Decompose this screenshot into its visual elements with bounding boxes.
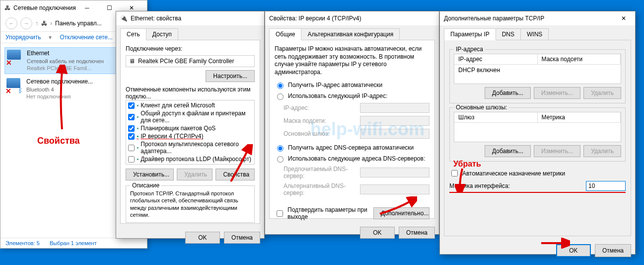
configure-button[interactable]: Настроить... bbox=[206, 70, 255, 82]
tabs: Сеть Доступ bbox=[120, 28, 260, 40]
ethernet-properties-dialog: 🔌 Ethernet: свойства Сеть Доступ Подключ… bbox=[116, 11, 265, 239]
tab-general[interactable]: Общие bbox=[269, 28, 301, 40]
component-label: Драйвер протокола LLDP (Майкрософт) bbox=[141, 156, 251, 163]
pref-dns-label: Предпочитаемый DNS-сервер: bbox=[284, 166, 360, 179]
delete-gw-button[interactable]: Удалить bbox=[583, 145, 621, 157]
tab-network[interactable]: Сеть bbox=[120, 28, 146, 40]
auto-metric-checkbox[interactable] bbox=[451, 170, 458, 177]
component-checkbox[interactable] bbox=[128, 156, 135, 163]
disconnect-menu[interactable]: Отключение сете... bbox=[60, 34, 113, 41]
organize-menu[interactable]: Упорядочить bbox=[5, 34, 41, 41]
component-checkbox[interactable] bbox=[128, 125, 135, 132]
window-title: Сетевые подключения bbox=[13, 4, 76, 11]
dhcp-row: DHCP включен bbox=[454, 65, 621, 84]
component-item[interactable]: ▪Планировщик пакетов QoS bbox=[127, 124, 253, 132]
delete-ip-button[interactable]: Удалить bbox=[583, 87, 621, 99]
device-name: Realtek PCIe GBE Family Controller bbox=[138, 58, 234, 65]
ok-button[interactable]: OK bbox=[185, 232, 220, 244]
component-item[interactable]: ▪Протокол мультиплексора сетевого адапте… bbox=[127, 140, 253, 155]
tab-alt-config[interactable]: Альтернативная конфигурация bbox=[301, 28, 400, 40]
manual-ip-radio[interactable] bbox=[277, 93, 284, 100]
properties-button[interactable]: Свойства bbox=[215, 169, 255, 180]
protocol-icon: ▪ bbox=[137, 102, 139, 109]
gateways-group: Основные шлюзы: bbox=[454, 104, 509, 111]
component-checkbox[interactable] bbox=[128, 114, 135, 120]
manual-dns-radio[interactable] bbox=[277, 156, 284, 163]
breadcrumb-icon: 🖧 bbox=[41, 20, 47, 27]
breadcrumb[interactable]: Панель управл... bbox=[55, 20, 102, 27]
cancel-button[interactable]: Отмена bbox=[595, 244, 631, 257]
confirm-exit-checkbox[interactable] bbox=[277, 210, 283, 217]
tab-dns[interactable]: DNS bbox=[496, 28, 521, 40]
components-list[interactable]: ▪Клиент для сетей Microsoft▪Общий доступ… bbox=[126, 100, 255, 165]
col-ip: IP-адрес bbox=[454, 54, 538, 64]
forward-button[interactable]: → bbox=[20, 17, 32, 29]
advanced-button[interactable]: Дополнительно... bbox=[373, 207, 429, 219]
install-button[interactable]: Установить... bbox=[126, 169, 174, 180]
error-x-icon: ✕ bbox=[5, 87, 11, 95]
tab-wins[interactable]: WINS bbox=[520, 28, 549, 40]
remove-button[interactable]: Удалить bbox=[177, 169, 213, 180]
error-x-icon: ✕ bbox=[6, 59, 12, 67]
alt-dns-input[interactable] bbox=[360, 184, 429, 194]
component-item[interactable]: ▪IP версии 4 (TCP/IPv4) bbox=[127, 132, 253, 140]
if-metric-label: Метрика интерфейса: bbox=[449, 182, 586, 189]
gateway-input[interactable] bbox=[360, 129, 429, 139]
item-title: Ethernet bbox=[27, 50, 104, 58]
add-gw-button[interactable]: Добавить... bbox=[485, 145, 531, 157]
component-checkbox[interactable] bbox=[128, 145, 135, 151]
radio-manual-ip[interactable]: Использовать следующий IP-адрес: bbox=[275, 92, 429, 100]
component-checkbox[interactable] bbox=[128, 133, 135, 140]
protocol-icon: ▪ bbox=[137, 164, 139, 165]
component-item[interactable]: ▪IP версии 6 (TCP/IPv6) bbox=[127, 163, 253, 165]
status-selection: Выбран 1 элемент bbox=[50, 240, 97, 246]
component-item[interactable]: ▪Общий доступ к файлам и принтерам для с… bbox=[127, 109, 253, 124]
pref-dns-input[interactable] bbox=[360, 168, 429, 177]
auto-dns-radio[interactable] bbox=[277, 145, 284, 152]
protocol-icon: ▪ bbox=[137, 113, 139, 120]
radio-manual-dns[interactable]: Использовать следующие адреса DNS-сервер… bbox=[275, 155, 429, 163]
add-ip-button[interactable]: Добавить... bbox=[485, 87, 531, 99]
mask-label: Маска подсети: bbox=[284, 117, 360, 124]
component-label: Клиент для сетей Microsoft bbox=[141, 102, 215, 109]
if-metric-input[interactable] bbox=[586, 181, 626, 191]
bluetooth-icon: ✕ ᛒ bbox=[6, 78, 22, 94]
connect-via-label: Подключение через: bbox=[126, 45, 255, 52]
gateway-label: Основной шлюз: bbox=[284, 130, 360, 137]
component-checkbox[interactable] bbox=[128, 164, 135, 165]
intro-text: Параметры IP можно назначать автоматичес… bbox=[275, 45, 429, 76]
mask-input[interactable] bbox=[360, 116, 429, 126]
auto-ip-radio[interactable] bbox=[277, 83, 284, 89]
auto-metric-checkbox-row[interactable]: Автоматическое назначение метрики bbox=[449, 169, 626, 178]
ok-button[interactable]: OK bbox=[360, 227, 395, 239]
component-item[interactable]: ▪Драйвер протокола LLDP (Майкрософт) bbox=[127, 155, 253, 163]
ip-addresses-table[interactable]: IP-адрес Маска подсети DHCP включен bbox=[454, 54, 621, 84]
tab-ip-params[interactable]: Параметры IP bbox=[444, 28, 496, 40]
minimize-button[interactable]: ─ bbox=[76, 1, 98, 15]
protocol-icon: ▪ bbox=[137, 133, 139, 140]
radio-auto-ip[interactable]: Получить IP-адрес автоматически bbox=[275, 81, 429, 89]
dialog-titlebar: Свойства: IP версии 4 (TCP/IPv4) bbox=[265, 11, 439, 25]
up-button[interactable]: ↑ bbox=[35, 20, 38, 27]
cancel-button[interactable]: Отмена bbox=[224, 232, 260, 244]
ok-button[interactable]: OK bbox=[556, 244, 591, 257]
component-checkbox[interactable] bbox=[128, 102, 135, 109]
edit-ip-button[interactable]: Изменить... bbox=[534, 87, 580, 99]
tab-access[interactable]: Доступ bbox=[146, 28, 178, 40]
back-button[interactable]: ← bbox=[5, 17, 17, 29]
close-button[interactable]: ✕ bbox=[616, 12, 631, 24]
bt-glyph-icon: ᛒ bbox=[18, 86, 22, 94]
component-item[interactable]: ▪Клиент для сетей Microsoft bbox=[127, 101, 253, 109]
edit-gw-button[interactable]: Изменить... bbox=[534, 145, 580, 157]
confirm-exit-checkbox-row[interactable]: Подтвердить параметры при выходе bbox=[275, 206, 373, 220]
protocol-icon: ▪ bbox=[137, 144, 139, 151]
component-label: Общий доступ к файлам и принтерам для се… bbox=[141, 110, 252, 124]
cancel-button[interactable]: Отмена bbox=[399, 227, 435, 239]
col-metric: Метрика bbox=[538, 112, 621, 122]
adapter-icon: 🔌 bbox=[120, 15, 128, 22]
radio-auto-dns[interactable]: Получить адрес DNS-сервера автоматически bbox=[275, 144, 429, 152]
gateways-table[interactable]: Шлюз Метрика bbox=[454, 112, 621, 142]
ip-label: IP-адрес: bbox=[284, 104, 360, 111]
ip-input[interactable] bbox=[360, 103, 429, 113]
dialog-titlebar: 🔌 Ethernet: свойства bbox=[116, 11, 264, 25]
